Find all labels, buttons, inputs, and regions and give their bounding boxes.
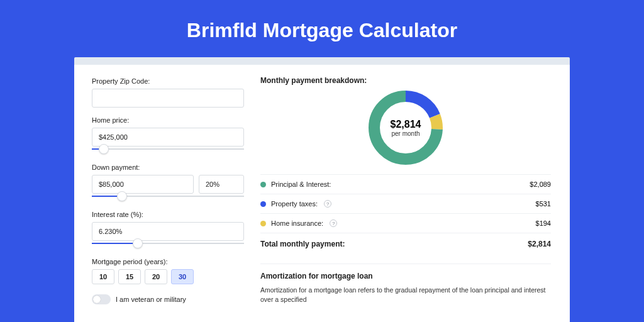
period-button-20[interactable]: 20 bbox=[145, 269, 167, 284]
legend-value: $531 bbox=[536, 200, 551, 208]
slider-thumb[interactable] bbox=[133, 238, 143, 248]
breakdown-column: Monthly payment breakdown: $2,814 per mo… bbox=[244, 65, 570, 304]
donut-chart: $2,814 per month bbox=[368, 90, 443, 165]
legend-row: Home insurance:?$194 bbox=[260, 213, 551, 233]
period-button-15[interactable]: 15 bbox=[118, 269, 141, 284]
legend-row: Property taxes:?$531 bbox=[260, 194, 551, 213]
legend-dot bbox=[260, 201, 266, 207]
down-payment-slider[interactable] bbox=[92, 193, 244, 202]
legend-value: $2,089 bbox=[530, 180, 551, 188]
help-icon[interactable]: ? bbox=[324, 200, 331, 208]
amortization-text: Amortization for a mortgage loan refers … bbox=[260, 286, 551, 304]
home-price-group: Home price: bbox=[92, 116, 244, 155]
donut-wrap: $2,814 per month bbox=[260, 90, 551, 165]
calculator-panel: Property Zip Code: Home price: Down paym… bbox=[74, 57, 570, 322]
help-icon[interactable]: ? bbox=[330, 219, 337, 227]
interest-rate-label: Interest rate (%): bbox=[92, 211, 244, 218]
legend-list: Principal & Interest:$2,089Property taxe… bbox=[260, 174, 551, 233]
legend-label: Principal & Interest: bbox=[271, 180, 331, 188]
down-payment-group: Down payment: bbox=[92, 164, 244, 202]
legend-value: $194 bbox=[536, 219, 551, 227]
inputs-column: Property Zip Code: Home price: Down paym… bbox=[74, 65, 244, 304]
veteran-label: I am veteran or military bbox=[116, 296, 186, 303]
legend-label: Home insurance: bbox=[271, 219, 323, 227]
zip-label: Property Zip Code: bbox=[92, 77, 244, 85]
period-group: Mortgage period (years): 10152030 bbox=[92, 258, 244, 284]
period-buttons: 10152030 bbox=[92, 269, 244, 284]
legend-row: Principal & Interest:$2,089 bbox=[260, 174, 551, 194]
interest-rate-input[interactable] bbox=[92, 222, 244, 241]
interest-rate-group: Interest rate (%): bbox=[92, 211, 244, 249]
legend-dot bbox=[260, 182, 266, 187]
interest-rate-slider[interactable] bbox=[92, 240, 244, 249]
legend-dot bbox=[260, 221, 266, 226]
donut-sublabel: per month bbox=[391, 130, 419, 137]
period-button-10[interactable]: 10 bbox=[92, 269, 114, 284]
home-price-slider[interactable] bbox=[92, 146, 244, 155]
down-payment-pct-input[interactable] bbox=[199, 175, 244, 194]
page-title: Brimfld Mortgage Calculator bbox=[0, 0, 644, 57]
breakdown-heading: Monthly payment breakdown: bbox=[260, 76, 551, 85]
legend-label: Property taxes: bbox=[271, 200, 318, 208]
total-value: $2,814 bbox=[528, 240, 551, 248]
slider-thumb[interactable] bbox=[99, 144, 109, 154]
total-row: Total monthly payment: $2,814 bbox=[260, 233, 551, 255]
home-price-input[interactable] bbox=[92, 128, 244, 147]
veteran-row: I am veteran or military bbox=[92, 294, 244, 304]
amortization-section: Amortization for mortgage loan Amortizat… bbox=[260, 264, 551, 304]
zip-group: Property Zip Code: bbox=[92, 77, 244, 108]
donut-amount: $2,814 bbox=[391, 119, 421, 130]
total-label: Total monthly payment: bbox=[260, 240, 345, 248]
veteran-toggle[interactable] bbox=[92, 294, 111, 304]
amortization-title: Amortization for mortgage loan bbox=[260, 272, 551, 280]
slider-fill bbox=[92, 243, 138, 244]
slider-thumb[interactable] bbox=[117, 191, 127, 201]
home-price-label: Home price: bbox=[92, 116, 244, 124]
period-label: Mortgage period (years): bbox=[92, 258, 244, 265]
down-payment-label: Down payment: bbox=[92, 164, 244, 171]
zip-input[interactable] bbox=[92, 89, 244, 108]
down-payment-input[interactable] bbox=[92, 175, 194, 194]
slider-track bbox=[92, 148, 244, 150]
calculator-card: Property Zip Code: Home price: Down paym… bbox=[74, 65, 570, 322]
period-button-30[interactable]: 30 bbox=[171, 269, 194, 284]
